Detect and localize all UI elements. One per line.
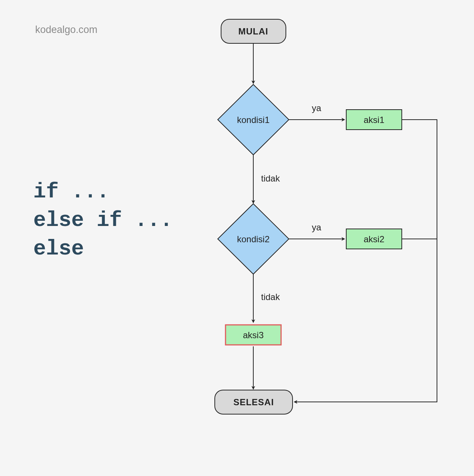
svg-text:SELESAI: SELESAI — [233, 397, 274, 407]
svg-text:MULAI: MULAI — [238, 26, 268, 36]
node-start: MULAI — [221, 19, 286, 43]
node-action1: aksi1 — [346, 110, 402, 130]
svg-text:aksi2: aksi2 — [364, 234, 384, 244]
svg-text:aksi1: aksi1 — [364, 115, 384, 125]
node-action3: aksi3 — [226, 325, 281, 345]
label-yes-2: ya — [312, 222, 321, 232]
flowchart-diagram: tidak ya tidak ya MULAI kondisi1 aksi1 k… — [0, 0, 474, 476]
node-end: SELESAI — [215, 390, 293, 414]
edge-action1-to-end — [294, 120, 437, 402]
node-decision1: kondisi1 — [218, 84, 289, 155]
svg-text:kondisi1: kondisi1 — [237, 115, 270, 125]
node-decision2: kondisi2 — [218, 204, 289, 274]
svg-text:aksi3: aksi3 — [243, 330, 264, 340]
label-no-1: tidak — [261, 173, 280, 183]
label-yes-1: ya — [312, 103, 321, 113]
svg-text:kondisi2: kondisi2 — [237, 234, 270, 244]
label-no-2: tidak — [261, 292, 280, 302]
node-action2: aksi2 — [346, 229, 402, 249]
